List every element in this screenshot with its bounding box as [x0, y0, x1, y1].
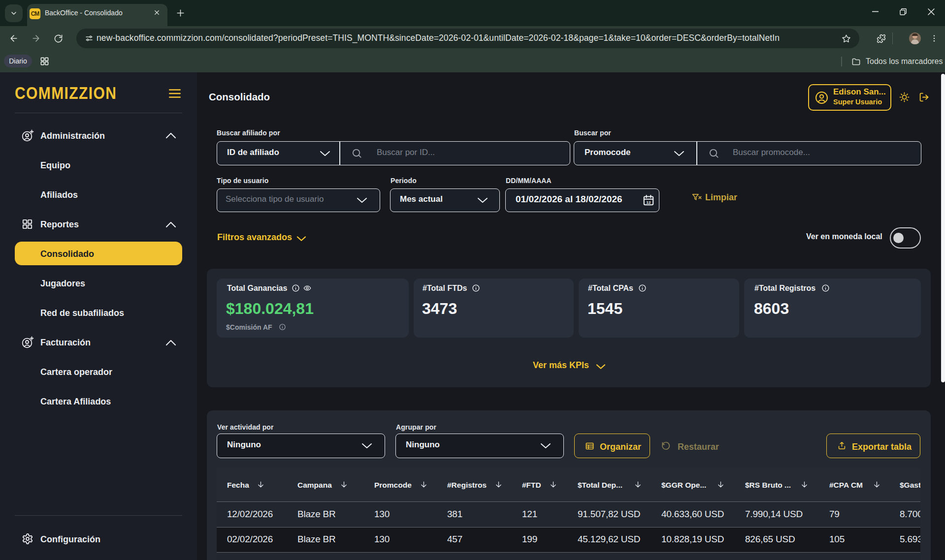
svg-text:12: 12	[646, 200, 651, 205]
